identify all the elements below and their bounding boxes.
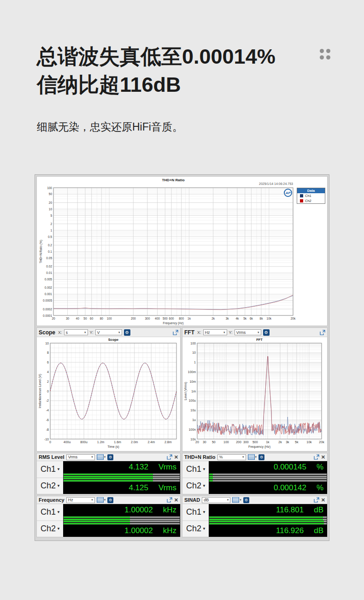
chevron-down-icon: ▼ bbox=[57, 510, 60, 514]
x-axis-label: X: bbox=[58, 330, 62, 335]
expand-icon[interactable] bbox=[167, 454, 172, 460]
meter-bars bbox=[209, 473, 327, 482]
settings-icon[interactable]: ⚙ bbox=[263, 329, 270, 336]
svg-text:800: 800 bbox=[179, 317, 184, 320]
chevron-down-icon: ▼ bbox=[57, 484, 60, 488]
expand-icon[interactable] bbox=[314, 454, 319, 460]
svg-text:100: 100 bbox=[47, 186, 52, 190]
scope-x-unit-dropdown[interactable]: s▾ bbox=[64, 329, 88, 335]
chevron-down-icon: ▾ bbox=[241, 455, 244, 459]
chevron-down-icon: ▾ bbox=[89, 455, 93, 459]
svg-text:50: 50 bbox=[49, 192, 53, 196]
close-icon[interactable]: ✕ bbox=[321, 455, 325, 460]
fft-y-unit-dropdown[interactable]: Vrms▾ bbox=[235, 329, 261, 335]
level-bar bbox=[209, 476, 327, 477]
svg-text:500: 500 bbox=[252, 440, 258, 444]
svg-text:30: 30 bbox=[203, 440, 206, 444]
svg-text:2k: 2k bbox=[211, 317, 215, 320]
readout-style-icon[interactable]: ▾ bbox=[97, 454, 106, 460]
svg-text:0.02: 0.02 bbox=[46, 265, 52, 268]
svg-text:60: 60 bbox=[90, 317, 94, 320]
channel-selector-ch2[interactable]: Ch2▼ bbox=[37, 478, 63, 494]
svg-text:5: 5 bbox=[50, 214, 52, 217]
channel-selector-ch2[interactable]: Ch2▼ bbox=[182, 521, 209, 537]
meter-readout-ch1: 1.00002kHz bbox=[63, 504, 180, 516]
unit-dropdown[interactable]: Vrms▾ bbox=[66, 454, 95, 460]
svg-text:0.0005: 0.0005 bbox=[43, 299, 52, 302]
settings-icon[interactable]: ⚙ bbox=[107, 454, 113, 460]
level-bar bbox=[209, 519, 327, 520]
ch2-color-swatch bbox=[300, 199, 303, 202]
svg-text:1m: 1m bbox=[191, 390, 196, 393]
unit-dropdown[interactable]: Hz▾ bbox=[66, 497, 95, 503]
settings-icon[interactable]: ⚙ bbox=[243, 497, 249, 503]
level-bar bbox=[64, 523, 180, 524]
analyzer-screenshot: THD+N Ratio 2025/1/14 14:06:24.753 20304… bbox=[35, 174, 329, 541]
svg-text:10n: 10n bbox=[190, 438, 196, 441]
chevron-down-icon: ▾ bbox=[225, 498, 229, 502]
expand-icon[interactable] bbox=[320, 330, 325, 335]
channel-selector-ch1[interactable]: Ch1▼ bbox=[37, 504, 63, 521]
settings-icon[interactable]: ⚙ bbox=[107, 497, 113, 503]
expand-icon[interactable] bbox=[167, 497, 172, 503]
readout-style-icon[interactable]: ▾ bbox=[97, 497, 106, 503]
expand-icon[interactable] bbox=[173, 330, 178, 335]
svg-text:0.002: 0.002 bbox=[45, 286, 53, 289]
svg-text:5k: 5k bbox=[295, 440, 299, 444]
svg-text:1k: 1k bbox=[188, 317, 191, 320]
svg-text:Frequency (Hz): Frequency (Hz) bbox=[163, 321, 184, 325]
grid-dots-icon bbox=[320, 49, 330, 59]
fft-panel: FFT X: Hz▾ Y: Vrms▾ ⚙ 203050100200300500… bbox=[182, 327, 328, 451]
meter-title: SINAD bbox=[184, 497, 200, 503]
channel-selector-ch1[interactable]: Ch1▼ bbox=[182, 461, 209, 478]
settings-icon[interactable]: ⚙ bbox=[258, 454, 264, 460]
readout-style-icon[interactable]: ▾ bbox=[232, 497, 241, 503]
meter-title: RMS Level bbox=[39, 454, 65, 460]
channel-selector-ch1[interactable]: Ch1▼ bbox=[37, 461, 63, 478]
svg-text:8: 8 bbox=[47, 351, 49, 354]
close-icon[interactable]: ✕ bbox=[174, 455, 178, 460]
level-bar bbox=[209, 523, 327, 524]
close-icon[interactable]: ✕ bbox=[321, 498, 325, 503]
svg-text:1.2m: 1.2m bbox=[97, 440, 105, 444]
unit-dropdown[interactable]: dB▾ bbox=[202, 497, 230, 503]
svg-text:100m: 100m bbox=[188, 370, 196, 374]
scope-y-unit-dropdown[interactable]: V▾ bbox=[95, 329, 122, 335]
svg-text:5k: 5k bbox=[243, 317, 247, 320]
legend-row-ch2: Ch2 bbox=[297, 198, 325, 203]
svg-text:20k: 20k bbox=[319, 440, 324, 444]
svg-text:10: 10 bbox=[49, 208, 53, 211]
channel-selector-ch2[interactable]: Ch2▼ bbox=[37, 521, 63, 537]
channel-selector-ch1[interactable]: Ch1▼ bbox=[182, 504, 209, 521]
fft-x-unit-dropdown[interactable]: Hz▾ bbox=[203, 329, 227, 335]
svg-text:100n: 100n bbox=[188, 428, 196, 431]
level-bar bbox=[64, 474, 180, 475]
settings-icon[interactable]: ⚙ bbox=[124, 329, 130, 336]
legend-label: Ch2 bbox=[305, 199, 311, 203]
svg-text:-4: -4 bbox=[46, 409, 49, 412]
readout-style-icon[interactable]: ▾ bbox=[248, 454, 257, 460]
scope-header: Scope X: s▾ Y: V▾ ⚙ bbox=[37, 328, 180, 337]
chevron-down-icon: ▾ bbox=[82, 331, 86, 334]
svg-text:300: 300 bbox=[243, 440, 249, 444]
svg-text:30: 30 bbox=[66, 317, 70, 320]
meter-readout-ch1: 0.000145% bbox=[209, 461, 327, 473]
expand-icon[interactable] bbox=[314, 497, 319, 503]
y-axis-label: Y: bbox=[229, 330, 233, 335]
thd-chart-title: THD+N Ratio bbox=[53, 178, 293, 182]
ch1-color-swatch bbox=[300, 194, 303, 197]
measurement-timestamp: 2025/1/14 14:06:24.753 bbox=[259, 182, 293, 185]
meter-header: SINAD dB▾ ▾ ⚙ ✕ bbox=[182, 496, 327, 504]
svg-text:20: 20 bbox=[49, 201, 53, 204]
unit-dropdown[interactable]: %▾ bbox=[217, 454, 246, 460]
svg-text:Frequency (Hz): Frequency (Hz) bbox=[248, 445, 270, 449]
svg-text:2: 2 bbox=[50, 222, 52, 226]
svg-text:0.2: 0.2 bbox=[48, 244, 52, 247]
svg-text:10k: 10k bbox=[306, 440, 312, 444]
close-icon[interactable]: ✕ bbox=[174, 498, 178, 503]
svg-text:0.05: 0.05 bbox=[46, 256, 52, 260]
svg-text:400u: 400u bbox=[64, 440, 71, 444]
page: 总谐波失真低至0.00014% 信纳比超116dB 细腻无染，忠实还原HiFi音… bbox=[0, 0, 364, 600]
level-bar bbox=[64, 476, 180, 477]
channel-selector-ch2[interactable]: Ch2▼ bbox=[182, 478, 209, 494]
